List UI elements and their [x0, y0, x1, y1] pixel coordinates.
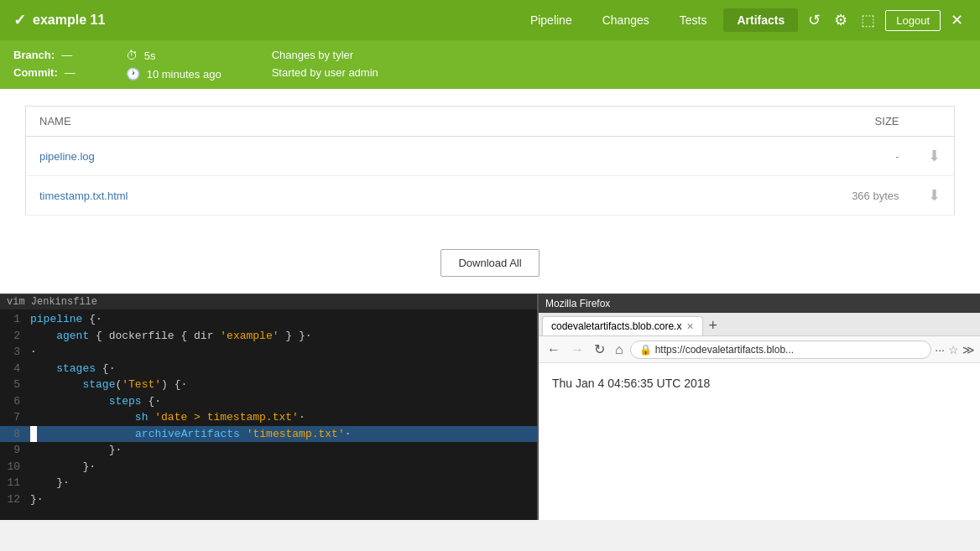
line-num-11: 11	[0, 475, 27, 491]
file-link-timestamp[interactable]: timestamp.txt.html	[39, 190, 128, 202]
started-by: Started by user admin	[272, 66, 378, 79]
download-all-button[interactable]: Download All	[440, 249, 539, 277]
table-row: pipeline.log - ⬇	[26, 137, 955, 176]
vim-line-1: 1 pipeline {·	[0, 311, 537, 328]
duration-value: 5s	[144, 49, 156, 62]
vim-titlebar: vim Jenkinsfile	[0, 294, 537, 309]
changes-by-row: Changes by tyler	[272, 49, 378, 61]
app-title: example 11	[33, 13, 105, 28]
vim-line-8: 8 archiveArtifacts 'timestamp.txt'·	[0, 426, 537, 443]
browser-content: Thu Jan 4 04:56:35 UTC 2018	[539, 363, 980, 520]
line-content-5: stage('Test') {·	[27, 377, 537, 393]
refresh-button[interactable]: ↺	[805, 8, 824, 33]
firefox-tabs: codevaletartifacts.blob.core.x ✕ +	[539, 313, 980, 336]
time-value: 10 minutes ago	[147, 68, 222, 81]
line-num-10: 10	[0, 459, 27, 476]
vim-line-7: 7 sh 'date > timestamp.txt'·	[0, 409, 537, 426]
changes-by: Changes by tyler	[272, 49, 354, 61]
line-content-9: }·	[27, 442, 537, 459]
line-num-1: 1	[0, 311, 27, 328]
forward-button[interactable]: →	[567, 340, 587, 359]
close-button[interactable]: ✕	[947, 8, 967, 33]
branch-commit-info: Branch: — Commit: —	[13, 49, 76, 81]
bookmark-icon[interactable]: ☆	[948, 343, 959, 356]
branch-value: —	[61, 49, 72, 61]
file-size-cell: 366 bytes	[745, 176, 913, 216]
firefox-titlebar: Mozilla Firefox	[539, 294, 980, 313]
nav-pipeline[interactable]: Pipeline	[517, 8, 586, 32]
line-num-6: 6	[0, 393, 27, 410]
vim-line-3: 3 ·	[0, 344, 537, 361]
started-by-row: Started by user admin	[272, 66, 378, 79]
page-content-text: Thu Jan 4 04:56:35 UTC 2018	[552, 377, 710, 390]
header-actions: ↺ ⚙ ⬚ Logout ✕	[805, 8, 967, 33]
url-bar[interactable]: 🔒 https://codevaletartifacts.blob...	[630, 340, 932, 359]
commit-row: Commit: —	[13, 66, 76, 79]
header: ✓ example 11 Pipeline Changes Tests Arti…	[0, 0, 980, 40]
line-content-12: }·	[27, 491, 537, 508]
col-size-header: SIZE	[745, 107, 913, 137]
artifacts-table: NAME SIZE pipeline.log - ⬇ timestamp.txt…	[25, 106, 955, 216]
col-download-header	[913, 107, 955, 137]
vim-content[interactable]: 1 pipeline {· 2 agent { dockerfile { dir…	[0, 309, 537, 509]
vim-line-6: 6 steps {·	[0, 393, 537, 410]
line-content-7: sh 'date > timestamp.txt'·	[27, 409, 537, 426]
sub-header: Branch: — Commit: — ⏱ 5s 🕐 10 minutes ag…	[0, 40, 980, 89]
vim-line-11: 11 }·	[0, 475, 537, 491]
tab-label: codevaletartifacts.blob.core.x	[551, 320, 681, 332]
vim-line-4: 4 stages {·	[0, 361, 537, 377]
firefox-panel: Mozilla Firefox codevaletartifacts.blob.…	[537, 294, 980, 520]
lock-icon: 🔒	[639, 344, 652, 356]
col-name-header: NAME	[26, 107, 745, 137]
line-content-3: ·	[27, 344, 537, 361]
vim-line-5: 5 stage('Test') {·	[0, 377, 537, 393]
user-button[interactable]: ⬚	[858, 8, 878, 33]
duration-row: ⏱ 5s	[126, 49, 222, 62]
nav-changes[interactable]: Changes	[589, 8, 663, 32]
back-button[interactable]: ←	[544, 340, 564, 359]
branch-row: Branch: —	[13, 49, 76, 61]
download-icon-pipeline[interactable]: ⬇	[928, 148, 941, 164]
line-num-8: 8	[0, 426, 27, 443]
new-tab-button[interactable]: +	[705, 317, 721, 335]
duration-icon: ⏱	[126, 49, 138, 62]
url-text: https://codevaletartifacts.blob...	[655, 344, 923, 356]
line-num-4: 4	[0, 361, 27, 377]
vim-panel: vim Jenkinsfile 1 pipeline {· 2 agent { …	[0, 294, 537, 520]
line-content-4: stages {·	[27, 361, 537, 377]
vim-line-9: 9 }·	[0, 442, 537, 459]
line-num-12: 12	[0, 491, 27, 508]
line-content-6: steps {·	[27, 393, 537, 410]
commit-label: Commit:	[13, 66, 58, 79]
line-num-3: 3	[0, 344, 27, 361]
line-num-2: 2	[0, 328, 27, 345]
settings-button[interactable]: ⚙	[831, 8, 851, 33]
app-title-container: ✓ example 11	[13, 11, 517, 29]
line-content-10: }·	[27, 459, 537, 476]
nav-tests[interactable]: Tests	[666, 8, 721, 32]
tab-close-icon[interactable]: ✕	[686, 321, 694, 332]
download-icon-cell: ⬇	[913, 137, 955, 176]
reload-button[interactable]: ↻	[591, 340, 608, 359]
more-button[interactable]: ···	[935, 343, 945, 356]
nav-bar: Pipeline Changes Tests Artifacts	[517, 8, 798, 32]
browser-tab[interactable]: codevaletartifacts.blob.core.x ✕	[542, 316, 703, 335]
logout-button[interactable]: Logout	[885, 10, 941, 31]
checkmark-icon: ✓	[13, 11, 26, 29]
download-icon-timestamp[interactable]: ⬇	[928, 187, 941, 204]
bottom-split: vim Jenkinsfile 1 pipeline {· 2 agent { …	[0, 294, 980, 520]
artifacts-section: NAME SIZE pipeline.log - ⬇ timestamp.txt…	[0, 89, 980, 232]
line-num-7: 7	[0, 409, 27, 426]
vim-line-10: 10 }·	[0, 459, 537, 476]
line-num-9: 9	[0, 442, 27, 459]
vim-line-12: 12 }·	[0, 491, 537, 508]
file-size-cell: -	[745, 137, 913, 176]
table-header-row: NAME SIZE	[26, 107, 955, 137]
line-content-1: pipeline {·	[27, 311, 537, 328]
file-name-cell: pipeline.log	[26, 137, 745, 176]
file-link-pipeline-log[interactable]: pipeline.log	[39, 150, 95, 163]
home-button[interactable]: ⌂	[612, 340, 627, 359]
expand-icon[interactable]: ≫	[962, 343, 975, 356]
line-num-5: 5	[0, 377, 27, 393]
nav-artifacts[interactable]: Artifacts	[723, 8, 798, 32]
